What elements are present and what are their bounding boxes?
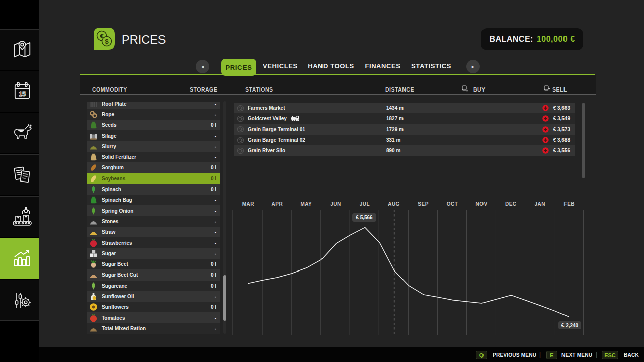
svg-text:15: 15 [19, 90, 26, 98]
svg-text:$: $ [105, 38, 109, 45]
